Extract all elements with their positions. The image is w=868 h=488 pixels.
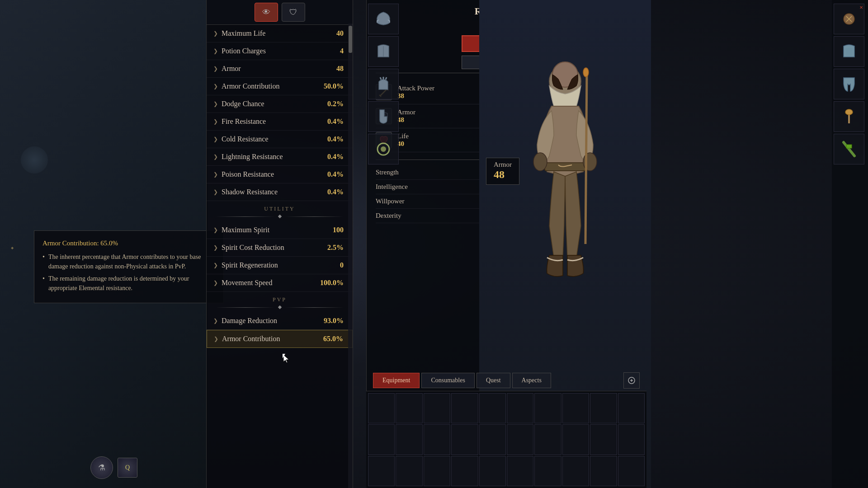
equip-slot-ring2[interactable]: [834, 134, 864, 164]
stat-arrow-dodge-chance: ❯: [213, 101, 218, 108]
tab-character-stats[interactable]: 👁: [255, 3, 278, 22]
inventory-slot-7[interactable]: [534, 393, 561, 423]
stat-arrow-armor-contribution-pvp: ❯: [214, 336, 218, 343]
stat-row-cold-resistance[interactable]: ❯ Cold Resistance 0.4%: [207, 131, 353, 148]
divider-diamond-utility: [278, 215, 281, 218]
stat-row-spirit-regeneration[interactable]: ❯ Spirit Regeneration 0: [207, 257, 353, 274]
inventory-slot-16[interactable]: [507, 424, 533, 455]
inventory-slot-24[interactable]: [451, 456, 478, 486]
stat-value-maximum-life: 40: [336, 29, 344, 38]
stat-row-dodge-chance[interactable]: ❯ Dodge Chance 0.2%: [207, 95, 353, 113]
equip-slot-chest-right[interactable]: [834, 36, 864, 67]
inventory-slot-23[interactable]: [424, 456, 450, 486]
equip-slot-ring[interactable]: [368, 134, 399, 164]
stat-name-shadow-resistance: Shadow Resistance: [222, 188, 278, 196]
stat-name-damage-reduction: Damage Reduction: [222, 317, 277, 325]
inventory-slot-13[interactable]: [424, 424, 450, 455]
stat-value-potion-charges: 4: [340, 47, 344, 55]
divider-diamond-pvp: [278, 305, 281, 309]
inventory-icon-button[interactable]: [623, 372, 640, 389]
stat-row-damage-reduction[interactable]: ❯ Damage Reduction 93.0%: [207, 312, 353, 330]
quickslot-icon[interactable]: Q: [118, 458, 137, 478]
bullet-dot-2: •: [42, 274, 45, 293]
health-flask-icon[interactable]: ⚗: [90, 456, 113, 479]
stat-value-dodge-chance: 0.2%: [327, 100, 344, 108]
inventory-slot-3[interactable]: [424, 393, 450, 423]
stat-arrow-damage-reduction: ❯: [213, 318, 218, 324]
stat-row-armor[interactable]: ❯ Armor 48: [207, 60, 353, 78]
inventory-slot-6[interactable]: [507, 393, 533, 423]
equip-slot-pants[interactable]: [834, 69, 864, 99]
equipment-inventory-grid: [366, 391, 646, 488]
svg-line-9: [585, 72, 587, 244]
equip-slot-amulet[interactable]: ✕: [834, 4, 864, 34]
stat-row-poison-resistance[interactable]: ❯ Poison Resistance 0.4%: [207, 166, 353, 183]
stat-row-potion-charges[interactable]: ❯ Potion Charges 4: [207, 42, 353, 60]
stat-arrow-poison-resistance: ❯: [213, 171, 218, 178]
inventory-slot-27[interactable]: [534, 456, 561, 486]
inventory-slot-26[interactable]: [507, 456, 533, 486]
stat-name-lightning-resistance: Lightning Resistance: [222, 153, 283, 161]
stat-arrow-potion-charges: ❯: [213, 48, 218, 55]
inventory-slot-14[interactable]: [451, 424, 478, 455]
stat-arrow-fire-resistance: ❯: [213, 118, 218, 125]
inventory-slot-29[interactable]: [590, 456, 617, 486]
inventory-slot-12[interactable]: [396, 424, 422, 455]
stat-row-spirit-cost-reduction[interactable]: ❯ Spirit Cost Reduction 2.5%: [207, 239, 353, 257]
equip-slot-gloves[interactable]: [368, 69, 399, 99]
stat-row-armor-contribution[interactable]: ❯ Armor Contribution 50.0%: [207, 78, 353, 95]
stat-value-poison-resistance: 0.4%: [327, 170, 344, 178]
tab-consumables[interactable]: Consumables: [421, 373, 474, 388]
stat-arrow-shadow-resistance: ❯: [213, 189, 218, 196]
stat-arrow-movement-speed: ❯: [213, 280, 218, 286]
stat-row-maximum-life[interactable]: ❯ Maximum Life 40: [207, 25, 353, 42]
stat-name-dodge-chance: Dodge Chance: [222, 100, 264, 108]
divider-utility: [207, 214, 353, 221]
equip-slot-chest[interactable]: [368, 36, 399, 67]
inventory-slot-30[interactable]: [618, 456, 645, 486]
tab-aspects[interactable]: Aspects: [512, 373, 551, 388]
inventory-slot-15[interactable]: [479, 424, 506, 455]
inventory-slot-2[interactable]: [396, 393, 422, 423]
stat-name-movement-speed: Movement Speed: [222, 279, 272, 287]
inventory-slot-11[interactable]: [368, 424, 395, 455]
tab-quest[interactable]: Quest: [476, 373, 510, 388]
inventory-slot-25[interactable]: [479, 456, 506, 486]
inventory-slot-21[interactable]: [368, 456, 395, 486]
tooltip-box: Armor Contribution: 65.0% • The inherent…: [34, 230, 224, 303]
stat-name-poison-resistance: Poison Resistance: [222, 170, 274, 178]
stat-name-fire-resistance: Fire Resistance: [222, 117, 266, 126]
stat-value-maximum-spirit: 100: [333, 226, 344, 234]
equip-slot-boots[interactable]: [368, 101, 399, 132]
stat-row-fire-resistance[interactable]: ❯ Fire Resistance 0.4%: [207, 113, 353, 131]
equip-slot-helmet[interactable]: [368, 4, 399, 34]
stat-row-movement-speed[interactable]: ❯ Movement Speed 100.0%: [207, 274, 353, 292]
inventory-slot-20[interactable]: [618, 424, 645, 455]
stat-row-maximum-spirit[interactable]: ❯ Maximum Spirit 100: [207, 221, 353, 239]
inventory-slot-28[interactable]: [562, 456, 589, 486]
inventory-slot-19[interactable]: [590, 424, 617, 455]
svg-line-12: [380, 77, 381, 80]
inventory-slot-1[interactable]: [368, 393, 395, 423]
svg-point-16: [381, 146, 386, 152]
inventory-slot-9[interactable]: [590, 393, 617, 423]
inventory-slot-10[interactable]: [618, 393, 645, 423]
inventory-slot-22[interactable]: [396, 456, 422, 486]
section-utility: UTILITY: [207, 201, 353, 214]
equip-slot-offhand[interactable]: [834, 101, 864, 132]
inventory-slot-18[interactable]: [562, 424, 589, 455]
stat-row-shadow-resistance[interactable]: ❯ Shadow Resistance 0.4%: [207, 183, 353, 201]
tab-equipment[interactable]: Equipment: [373, 373, 420, 388]
tab-equipment-stats[interactable]: 🛡: [282, 3, 305, 22]
stat-row-armor-contribution-pvp[interactable]: ❯ Armor Contribution 65.0%: [207, 330, 353, 348]
remove-amulet-icon[interactable]: ✕: [859, 5, 863, 10]
inventory-slot-5[interactable]: [479, 393, 506, 423]
inventory-slot-4[interactable]: [451, 393, 478, 423]
stat-arrow-maximum-spirit: ❯: [213, 227, 218, 234]
stats-scrollbar[interactable]: [348, 23, 353, 488]
inventory-slot-17[interactable]: [534, 424, 561, 455]
equip-slots-right: ✕: [832, 0, 868, 488]
stat-row-lightning-resistance[interactable]: ❯ Lightning Resistance 0.4%: [207, 148, 353, 166]
inventory-slot-8[interactable]: [562, 393, 589, 423]
stat-arrow-armor: ❯: [213, 66, 218, 72]
